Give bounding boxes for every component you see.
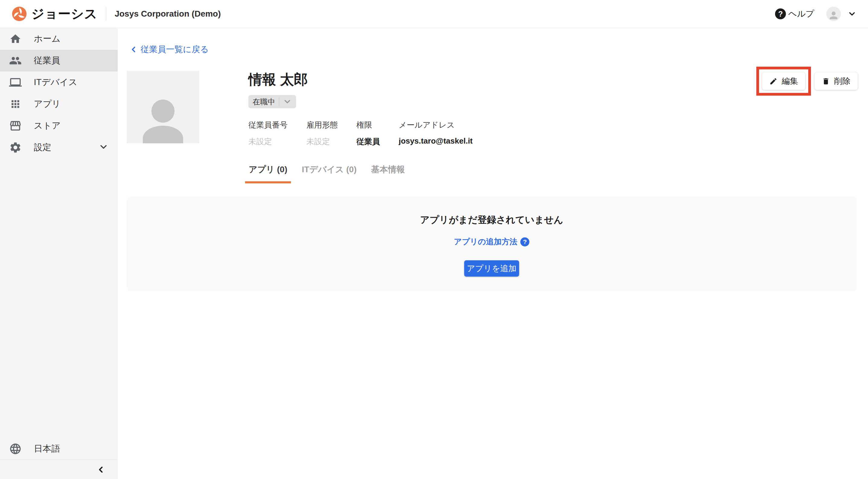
red-highlight-annotation: 編集 bbox=[756, 67, 811, 96]
josys-employee-detail-page: ジョーシス Josys Corporation (Demo) ? ヘルプ ホーム… bbox=[0, 0, 868, 479]
chevron-left-icon bbox=[96, 465, 105, 475]
employee-fields: 従業員番号 未設定 雇用形態 未設定 権限 従業員 メールアドレス josys.… bbox=[248, 120, 491, 147]
person-icon bbox=[828, 10, 839, 21]
sidebar-nav: ホーム 従業員 ITデバイス アプリ ストア bbox=[0, 28, 118, 479]
help-question-icon: ? bbox=[775, 8, 786, 19]
field-employment-type: 雇用形態 未設定 bbox=[306, 120, 338, 147]
sidebar-item-store[interactable]: ストア bbox=[0, 115, 118, 137]
help-button[interactable]: ? ヘルプ bbox=[775, 8, 814, 20]
user-avatar[interactable] bbox=[826, 7, 841, 21]
sidebar-item-home[interactable]: ホーム bbox=[0, 28, 118, 50]
field-role: 権限 従業員 bbox=[356, 120, 380, 147]
add-app-button[interactable]: アプリを追加 bbox=[464, 260, 519, 277]
header-divider bbox=[106, 7, 106, 21]
sidebar-item-it-devices[interactable]: ITデバイス bbox=[0, 71, 118, 93]
pencil-icon bbox=[769, 77, 777, 85]
chevron-left-icon bbox=[130, 45, 137, 53]
employee-name: 情報 太郎 bbox=[248, 70, 491, 89]
josys-logo[interactable]: ジョーシス bbox=[11, 5, 97, 22]
home-icon bbox=[9, 33, 22, 45]
top-header: ジョーシス Josys Corporation (Demo) ? ヘルプ bbox=[0, 0, 868, 28]
tab-apps[interactable]: アプリ (0) bbox=[245, 164, 291, 183]
person-silhouette-icon bbox=[133, 91, 193, 143]
main-content: 従業員一覧に戻る 情報 太郎 在職中 従業員番号 未設定 雇用形態 bbox=[118, 28, 868, 479]
field-employee-number: 従業員番号 未設定 bbox=[248, 120, 288, 147]
empty-state-title: アプリがまだ登録されていません bbox=[420, 214, 563, 226]
field-email: メールアドレス josys.taro@taskel.it bbox=[399, 120, 473, 147]
sidebar-item-settings[interactable]: 設定 bbox=[0, 137, 118, 158]
status-chevron-down-icon bbox=[283, 97, 292, 106]
people-icon bbox=[9, 54, 22, 67]
trash-icon bbox=[822, 77, 830, 85]
employee-summary: 情報 太郎 在職中 従業員番号 未設定 雇用形態 未設定 権限 従業員 bbox=[248, 70, 491, 147]
sidebar-item-apps[interactable]: アプリ bbox=[0, 93, 118, 115]
sidebar-item-language[interactable]: 日本語 bbox=[0, 438, 118, 460]
employee-photo-placeholder bbox=[127, 71, 199, 143]
settings-expand-chevron-down-icon bbox=[98, 142, 108, 153]
tab-it-devices[interactable]: ITデバイス (0) bbox=[298, 164, 360, 183]
action-buttons: 編集 削除 bbox=[756, 67, 858, 96]
company-name: Josys Corporation (Demo) bbox=[115, 9, 221, 19]
sidebar-item-employees[interactable]: 従業員 bbox=[0, 50, 118, 71]
gear-icon bbox=[9, 141, 22, 154]
chip-divider bbox=[279, 97, 279, 106]
apps-grid-icon bbox=[9, 98, 22, 110]
edit-button[interactable]: 編集 bbox=[762, 72, 805, 90]
status-value: 在職中 bbox=[253, 97, 275, 107]
storefront-icon bbox=[9, 120, 22, 132]
josys-swirl-icon bbox=[11, 6, 27, 22]
detail-tabs: アプリ (0) ITデバイス (0) 基本情報 bbox=[245, 164, 415, 183]
tab-basic-info[interactable]: 基本情報 bbox=[367, 164, 408, 183]
account-menu-chevron-down-icon[interactable] bbox=[847, 9, 857, 19]
delete-button[interactable]: 削除 bbox=[814, 72, 858, 90]
back-to-employee-list-link[interactable]: 従業員一覧に戻る bbox=[130, 44, 209, 55]
apps-empty-state-panel: アプリがまだ登録されていません アプリの追加方法 ? アプリを追加 bbox=[127, 197, 857, 291]
globe-icon bbox=[9, 443, 22, 455]
laptop-icon bbox=[9, 76, 22, 89]
employment-status-dropdown[interactable]: 在職中 bbox=[248, 95, 296, 108]
how-to-add-apps-link[interactable]: アプリの追加方法 ? bbox=[454, 236, 529, 247]
logo-wordmark: ジョーシス bbox=[31, 5, 97, 22]
question-circle-icon: ? bbox=[520, 237, 529, 247]
sidebar-collapse-button[interactable] bbox=[0, 460, 118, 479]
